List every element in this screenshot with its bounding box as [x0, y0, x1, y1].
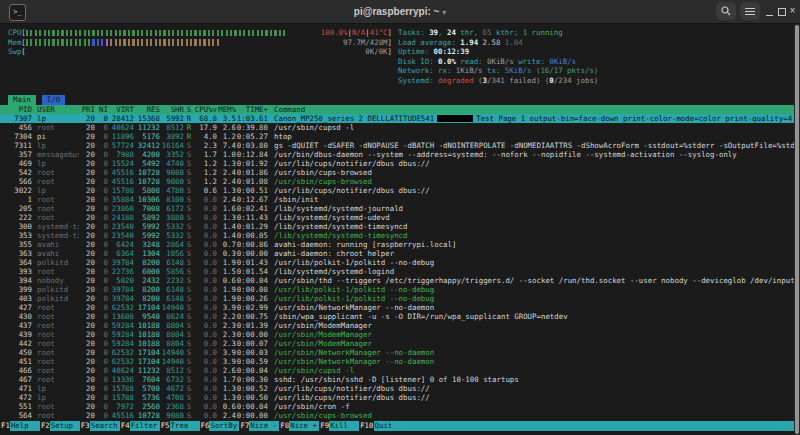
process-row[interactable]: 1root20035884103068100S0.02.40:12.67/sbi… [0, 195, 794, 204]
cell-cpu: 0.6 [194, 186, 217, 195]
process-row[interactable]: 403polkitd2003978482006148S0.01.90:00.26… [0, 294, 794, 303]
column-header-pri[interactable]: PRI [79, 105, 95, 115]
function-key-label: F10 [359, 421, 373, 431]
column-header-cmd[interactable]: Command [274, 105, 794, 115]
close-button[interactable]: × [787, 0, 798, 23]
stat-segment: /341 failed [487, 76, 536, 85]
process-row[interactable]: 300systemd-ti2002354059925332S0.01.40:01… [0, 222, 794, 231]
function-bar-item-f6[interactable]: F6SortBy [200, 421, 240, 431]
close-icon: × [790, 5, 796, 16]
function-bar-item-f4[interactable]: F4Filter [120, 421, 160, 431]
process-row[interactable]: 442root20059284101888804S0.02.30:00.07/u… [0, 339, 794, 348]
process-row[interactable]: 393root2002273660005856S0.01.50:01.54/li… [0, 267, 794, 276]
cell-cpu: 1.2 [194, 159, 217, 168]
process-row[interactable]: 205root2002386070086172S0.01.60:02.41/li… [0, 204, 794, 213]
cell-pri: 20 [79, 294, 95, 303]
column-header-user[interactable]: USER [37, 105, 79, 115]
tab-io[interactable]: I/O [42, 95, 65, 105]
cell-s: R [184, 114, 194, 123]
process-row[interactable]: 450root200625321710414940S0.03.90:00.03/… [0, 348, 794, 357]
function-bar-item-f1[interactable]: F1Help [0, 421, 40, 431]
process-row[interactable]: 427root200625321710414940S0.03.90:02.99/… [0, 303, 794, 312]
process-row[interactable]: 542root20045516107289080S1.22.40:01.86/u… [0, 168, 794, 177]
stat-tasks: Tasks: 39, 24 thr, 65 kthr; 1 running [398, 28, 792, 38]
process-row[interactable]: 363avahi200636413041056S0.00.30:00.00ava… [0, 249, 794, 258]
cell-pri: 20 [79, 249, 95, 258]
process-row[interactable]: 394nobody200502024322232S0.00.60:00.04/u… [0, 276, 794, 285]
process-row[interactable]: 472lp2001578857364708S0.01.30:00.50/usr/… [0, 393, 794, 402]
function-bar-item-f3[interactable]: F3Search [80, 421, 120, 431]
maximize-button[interactable] [776, 0, 787, 23]
meter-value-part: 100.0% [321, 28, 348, 37]
column-header-ni[interactable]: NI [95, 105, 108, 115]
function-bar-item-f9[interactable]: F9Kill [319, 421, 359, 431]
process-row[interactable]: 471lp2001578857004672S0.01.30:00.52/usr/… [0, 384, 794, 393]
process-row[interactable]: 3022lp2001578858084780S0.61.30:00.51/usr… [0, 186, 794, 195]
column-header-mem[interactable]: MEM% [217, 105, 236, 115]
process-row[interactable]: 467root2001333676046732S0.01.70:00.30ssh… [0, 375, 794, 384]
process-row[interactable]: 437root20059284101888804S0.02.30:01.39/u… [0, 321, 794, 330]
minimize-button[interactable] [764, 0, 775, 23]
column-header-s[interactable]: S [184, 105, 194, 115]
cell-cmd: htop [274, 132, 794, 141]
function-bar-item-f7[interactable]: F7Nice - [239, 421, 279, 431]
function-bar-item-f5[interactable]: F5Tree [160, 421, 200, 431]
process-row[interactable]: 466root20040624112328512S0.02.60:00.04/u… [0, 366, 794, 375]
column-header-res[interactable]: RES [134, 105, 160, 115]
process-row[interactable]: 7304pi2001189651763892R4.01.20:05.27htop [0, 132, 794, 141]
scrollbar-track[interactable] [794, 24, 800, 435]
meter-bar-segment [177, 39, 179, 45]
process-row[interactable]: 7311lp200577243241216164S2.37.40:03.80gs… [0, 141, 794, 150]
cell-cmd: /lib/systemd/systemd-timesyncd [274, 231, 794, 240]
process-row[interactable]: 551root200797225602368S0.00.60:00.04/usr… [0, 402, 794, 411]
column-header-time[interactable]: TIME+ [236, 105, 268, 115]
cell-cpu: 0.0 [194, 339, 217, 348]
scrollbar-thumb[interactable] [795, 25, 799, 434]
cell-virt: 57724 [108, 141, 134, 150]
meter-bar-segment [159, 30, 161, 36]
column-header-virt[interactable]: VIRT [108, 105, 134, 115]
process-row[interactable]: 222root2002418858923880S0.01.30:11.43/li… [0, 213, 794, 222]
meter-bar-segment [146, 39, 148, 45]
process-row[interactable]: 469lp2001552454924740S1.21.30:01.92/usr/… [0, 159, 794, 168]
cell-cmd: /usr/sbin/ModemManager [274, 339, 794, 348]
window-title-text: pi@raspberrypi: ~ [354, 6, 440, 17]
cell-virt: 6364 [108, 249, 134, 258]
process-row[interactable]: 439root20059284101888804S0.02.30:00.00/u… [0, 330, 794, 339]
menu-button[interactable] [740, 2, 760, 20]
meter-bar-segment [239, 30, 241, 36]
function-bar-item-f10[interactable]: F10Quit [359, 421, 403, 431]
column-header-pid[interactable]: PID [0, 105, 32, 115]
search-button[interactable] [716, 2, 736, 20]
cell-shr: 14940 [160, 303, 184, 312]
cell-mem: 2.4 [217, 411, 236, 420]
cell-s: S [184, 348, 194, 357]
function-bar-item-f2[interactable]: F2Setup [40, 421, 80, 431]
cell-mem: 1.0 [217, 150, 236, 159]
process-row[interactable]: 456root20040624112328512R17.92.60:39.80/… [0, 123, 794, 132]
process-row[interactable]: 451root200625321710414940S0.03.90:00.59/… [0, 357, 794, 366]
function-bar-item-f8[interactable]: F8Nice + [279, 421, 319, 431]
cell-mem: 1.9 [217, 285, 236, 294]
cell-cpu: 0.0 [194, 366, 217, 375]
cell-res: 7604 [134, 375, 160, 384]
chevron-down-icon[interactable]: ▾ [442, 8, 446, 17]
process-row[interactable]: 353systemd-ti2002354059925332S0.01.40:00… [0, 231, 794, 240]
cell-pid: 399 [0, 285, 32, 294]
cell-s: S [184, 240, 194, 249]
column-header-cpu[interactable]: CPU%▽ [194, 105, 217, 115]
cell-cpu: 0.0 [194, 303, 217, 312]
cell-user: lp [37, 114, 79, 123]
process-row[interactable]: 364polkitd2003978482006148S0.01.90:01.43… [0, 258, 794, 267]
process-row[interactable]: 357messagebus200798842003352S1.71.00:12.… [0, 150, 794, 159]
process-row[interactable]: 399polkitd2003978482006148S0.01.90:00.08… [0, 285, 794, 294]
column-header-shr[interactable]: SHR [160, 105, 184, 115]
process-row[interactable]: 7307lp20028412153685992R68.83.51:03.61Ca… [0, 114, 794, 123]
process-row[interactable]: 355avahi200642432482864S0.00.70:00.86ava… [0, 240, 794, 249]
process-table-body: 7307lp20028412153685992R68.83.51:03.61Ca… [0, 114, 794, 420]
process-row[interactable]: 430root2001360895408624S0.02.20:00.75/sb… [0, 312, 794, 321]
process-row[interactable]: 566root20045516107289080S1.22.40:01.08/u… [0, 177, 794, 186]
tab-main[interactable]: Main [8, 95, 36, 105]
process-row[interactable]: 564root20045516107289080S0.02.40:00.00/u… [0, 411, 794, 420]
stat-segment: write: [514, 57, 550, 66]
